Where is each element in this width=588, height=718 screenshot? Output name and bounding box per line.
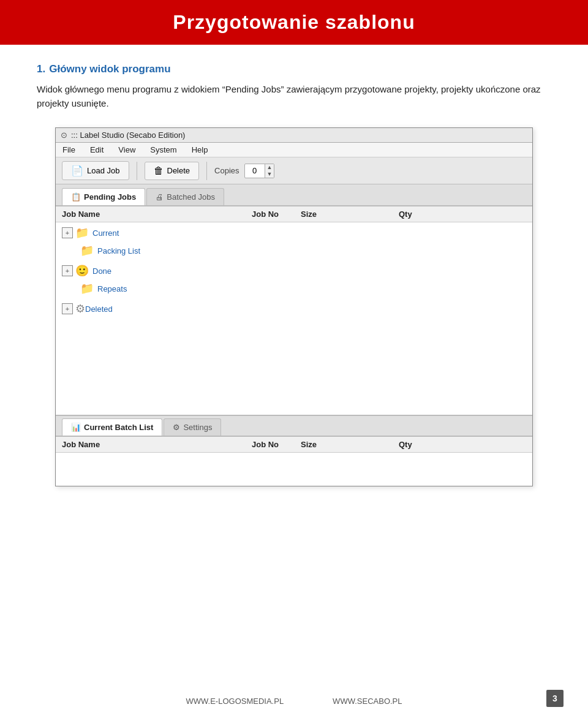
folder-icon-current: 📁 <box>75 226 89 240</box>
toolbar: 📄 Load Job 🗑 Delete Copies ▲ ▼ <box>56 157 532 184</box>
job-name-done: Done <box>92 266 111 276</box>
settings-label: Settings <box>183 423 212 432</box>
menu-help[interactable]: Help <box>190 145 210 155</box>
bottom-col-job-no: Job No <box>252 440 301 449</box>
job-row-repeats[interactable]: 📁 Repeats <box>56 280 532 297</box>
settings-icon: ⚙ <box>173 423 180 432</box>
pending-jobs-label: Pending Jobs <box>84 192 136 202</box>
app-window: ⊙ ::: Label Studio (Secabo Edition) File… <box>55 127 533 486</box>
toolbar-separator-1 <box>137 162 137 180</box>
pending-jobs-icon: 📋 <box>71 192 81 202</box>
expander-done[interactable]: + <box>62 265 73 276</box>
job-name-packing-list: Packing List <box>97 246 140 255</box>
job-group-deleted: + ⚙ Deleted <box>56 298 532 319</box>
current-batch-list-icon: 📊 <box>71 423 81 432</box>
tab-bar: 📋 Pending Jobs 🖨 Batched Jobs <box>56 184 532 206</box>
tab-current-batch-list[interactable]: 📊 Current Batch List <box>62 418 162 436</box>
menu-bar: File Edit View System Help <box>56 143 532 157</box>
job-group-done: + 🙂 Done 📁 Repeats <box>56 260 532 298</box>
page-number: 3 <box>546 690 564 707</box>
menu-view[interactable]: View <box>116 145 137 155</box>
folder-icon-packing-list: 📁 <box>80 244 94 257</box>
col-size: Size <box>301 210 399 219</box>
page-title: Przygotowanie szablonu <box>173 11 415 33</box>
load-job-label: Load Job <box>87 166 120 175</box>
app-title: ::: Label Studio (Secabo Edition) <box>71 130 185 140</box>
footer-left-url: WWW.E-LOGOSMEDIA.PL <box>186 697 284 706</box>
jobs-panel: Job Name Job No Size Qty + 📁 Current 📁 P… <box>56 206 532 415</box>
tab-batched-jobs[interactable]: 🖨 Batched Jobs <box>146 188 224 205</box>
bottom-col-size: Size <box>301 440 399 449</box>
job-group-current: + 📁 Current 📁 Packing List <box>56 222 532 260</box>
section-number: 1. <box>37 63 45 75</box>
batched-jobs-label: Batched Jobs <box>167 192 215 202</box>
current-batch-list-label: Current Batch List <box>84 423 153 432</box>
bottom-col-qty: Qty <box>399 440 448 449</box>
bottom-tab-bar: 📊 Current Batch List ⚙ Settings <box>56 415 532 437</box>
copies-spin-down[interactable]: ▼ <box>265 171 274 178</box>
batched-jobs-icon: 🖨 <box>156 192 164 202</box>
delete-icon: 🗑 <box>154 165 164 176</box>
expander-deleted[interactable]: + <box>62 303 73 314</box>
job-name-current: Current <box>92 229 119 238</box>
bottom-col-extra <box>448 440 526 449</box>
footer-right-url: WWW.SECABO.PL <box>333 697 402 706</box>
delete-button[interactable]: 🗑 Delete <box>145 162 200 180</box>
delete-label: Delete <box>167 166 190 175</box>
job-row-deleted[interactable]: + ⚙ Deleted <box>56 300 532 318</box>
expander-current[interactable]: + <box>62 227 73 238</box>
bottom-col-job-name: Job Name <box>62 440 252 449</box>
load-job-icon: 📄 <box>71 165 83 176</box>
job-row-packing-list[interactable]: 📁 Packing List <box>56 242 532 259</box>
menu-edit[interactable]: Edit <box>88 145 105 155</box>
menu-system[interactable]: System <box>148 145 178 155</box>
section-title: Główny widok programu <box>49 63 170 75</box>
section-heading-row: 1. Główny widok programu <box>37 63 551 79</box>
job-row-current[interactable]: + 📁 Current <box>56 224 532 242</box>
tab-settings[interactable]: ⚙ Settings <box>164 418 221 436</box>
job-name-repeats: Repeats <box>97 284 127 293</box>
bottom-panel: Job Name Job No Size Qty <box>56 437 532 486</box>
menu-file[interactable]: File <box>61 145 77 155</box>
jobs-table-header: Job Name Job No Size Qty <box>56 206 532 222</box>
folder-icon-done: 🙂 <box>75 264 89 278</box>
app-icon: ⊙ <box>61 130 67 140</box>
job-row-done[interactable]: + 🙂 Done <box>56 262 532 280</box>
col-job-no: Job No <box>252 210 301 219</box>
footer: WWW.E-LOGOSMEDIA.PL WWW.SECABO.PL <box>0 697 588 706</box>
tab-pending-jobs[interactable]: 📋 Pending Jobs <box>62 188 145 205</box>
section-description: Widok głównego menu programu z widokiem … <box>37 83 551 110</box>
folder-icon-deleted: ⚙ <box>75 302 85 316</box>
col-job-name: Job Name <box>62 210 252 219</box>
page-header: Przygotowanie szablonu <box>0 0 588 45</box>
job-name-deleted: Deleted <box>85 304 113 314</box>
load-job-button[interactable]: 📄 Load Job <box>62 161 129 180</box>
col-extra <box>448 210 526 219</box>
copies-input[interactable] <box>245 165 265 176</box>
toolbar-separator-2 <box>206 162 207 180</box>
copies-spinner: ▲ ▼ <box>265 164 274 178</box>
col-qty: Qty <box>399 210 448 219</box>
bottom-table-header: Job Name Job No Size Qty <box>56 437 532 453</box>
copies-input-wrap: ▲ ▼ <box>244 164 275 178</box>
folder-icon-repeats: 📁 <box>80 282 94 295</box>
title-bar: ⊙ ::: Label Studio (Secabo Edition) <box>56 128 532 143</box>
copies-label: Copies <box>214 166 239 175</box>
copies-spin-up[interactable]: ▲ <box>265 164 274 171</box>
main-content: 1. Główny widok programu Widok głównego … <box>0 45 588 499</box>
